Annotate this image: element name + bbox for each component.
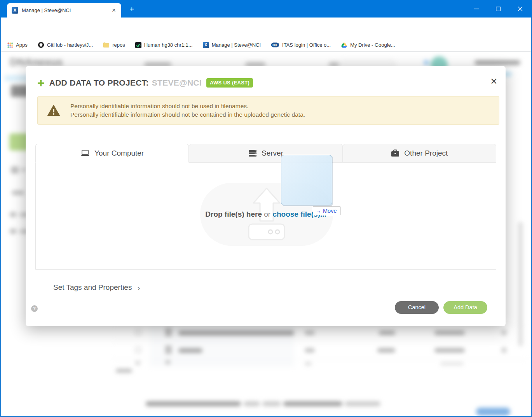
bookmark-github[interactable]: GitHub - hartleys/J... bbox=[38, 42, 93, 48]
tab-label: Your Computer bbox=[94, 149, 144, 158]
tab-label: Other Project bbox=[404, 149, 448, 158]
help-icon[interactable]: ? bbox=[31, 305, 38, 312]
bookmarks-bar: Apps GitHub - hartleys/J... repos Human … bbox=[1, 39, 531, 52]
warning-text: Personally identifiable information shou… bbox=[70, 102, 305, 119]
minimize-icon bbox=[474, 7, 479, 11]
set-tags-label: Set Tags and Properties bbox=[53, 283, 132, 292]
genome-browser-icon bbox=[135, 42, 141, 48]
server-icon bbox=[248, 149, 257, 157]
dropzone-text: Drop file(s) here or choose file(s)... bbox=[36, 210, 496, 219]
window-border-left bbox=[0, 18, 1, 417]
chevron-right-icon: › bbox=[137, 284, 140, 291]
region-badge: AWS US (EAST) bbox=[206, 78, 253, 88]
laptop-icon bbox=[80, 149, 90, 157]
apps-grid-icon bbox=[7, 42, 13, 48]
move-arrow-icon: → bbox=[316, 207, 321, 214]
bookmark-my-drive[interactable]: My Drive - Google... bbox=[341, 42, 395, 48]
dragged-file-ghost[interactable] bbox=[281, 155, 332, 205]
dnanexus-favicon-icon: X bbox=[203, 42, 209, 48]
svg-text:NIH: NIH bbox=[272, 44, 277, 46]
tab-your-computer[interactable]: Your Computer bbox=[35, 144, 189, 163]
nih-icon: NIH bbox=[271, 42, 279, 48]
page-area: DNAnexus bbox=[1, 52, 531, 416]
bookmark-label: My Drive - Google... bbox=[350, 42, 395, 48]
bookmark-itas[interactable]: NIH ITAS login | Office o... bbox=[271, 42, 331, 48]
bookmark-label: Apps bbox=[16, 42, 28, 48]
briefcase-icon bbox=[391, 149, 399, 157]
modal-close-icon[interactable]: ✕ bbox=[489, 76, 499, 86]
maximize-button[interactable] bbox=[489, 0, 507, 18]
github-icon bbox=[38, 42, 44, 48]
google-drive-icon bbox=[341, 42, 347, 48]
bookmark-human-hg38[interactable]: Human hg38 chr1:1... bbox=[135, 42, 193, 48]
browser-tab[interactable]: X Manage | Steve@NCI ✕ bbox=[7, 3, 121, 18]
add-data-modal: ✕ + ADD DATA TO PROJECT: STEVE@NCI AWS U… bbox=[26, 66, 506, 326]
source-tabs: Your Computer Server Other Project bbox=[35, 144, 496, 270]
tab-title: Manage | Steve@NCI bbox=[22, 7, 110, 13]
tab-other-project[interactable]: Other Project bbox=[343, 144, 496, 163]
tab-label: Server bbox=[262, 149, 283, 158]
modal-project-name: STEVE@NCI bbox=[152, 78, 202, 88]
source-tabs-row: Your Computer Server Other Project bbox=[35, 144, 496, 163]
move-tooltip-label: Move bbox=[323, 208, 337, 214]
warning-line-1: Personally identifiable information shou… bbox=[70, 102, 305, 110]
browser-window: X Manage | Steve@NCI ✕ + bbox=[0, 0, 532, 417]
bookmark-apps[interactable]: Apps bbox=[7, 42, 28, 48]
bookmark-label: repos bbox=[112, 42, 125, 48]
drag-move-tooltip: →Move bbox=[313, 207, 340, 215]
bookmark-repos[interactable]: repos bbox=[103, 42, 125, 48]
close-window-icon bbox=[518, 6, 523, 11]
bookmark-label: Manage | Steve@NCI bbox=[212, 42, 261, 48]
add-data-button[interactable]: Add Data bbox=[443, 301, 487, 314]
bookmark-label: GitHub - hartleys/J... bbox=[47, 42, 93, 48]
close-window-button[interactable] bbox=[511, 0, 529, 18]
modal-header: + ADD DATA TO PROJECT: STEVE@NCI AWS US … bbox=[37, 77, 253, 89]
bookmark-label: ITAS login | Office o... bbox=[282, 42, 331, 48]
folder-icon bbox=[103, 42, 110, 48]
new-tab-button[interactable]: + bbox=[127, 5, 137, 15]
warning-triangle-icon bbox=[47, 105, 60, 116]
cancel-button[interactable]: Cancel bbox=[395, 301, 439, 314]
modal-title: ADD DATA TO PROJECT: bbox=[49, 78, 149, 88]
upload-panel: Drop file(s) here or choose file(s)... bbox=[35, 162, 496, 270]
or-text: or bbox=[262, 210, 272, 218]
browser-toolbar: platform.dnanexus.com/projects/FbvPXyQ0p… bbox=[1, 18, 531, 39]
dnanexus-favicon-icon: X bbox=[12, 7, 18, 14]
set-tags-link[interactable]: Set Tags and Properties › bbox=[53, 283, 140, 292]
pii-warning-banner: Personally identifiable information shou… bbox=[37, 96, 499, 125]
drop-files-text: Drop file(s) here bbox=[205, 210, 262, 218]
bookmark-label: Human hg38 chr1:1... bbox=[144, 42, 193, 48]
bookmark-manage-dnanexus[interactable]: X Manage | Steve@NCI bbox=[203, 42, 261, 48]
window-titlebar: X Manage | Steve@NCI ✕ + bbox=[0, 0, 532, 18]
tab-close-icon[interactable]: ✕ bbox=[110, 7, 117, 14]
warning-line-2: Personally identifiable information shou… bbox=[70, 110, 305, 119]
minimize-button[interactable] bbox=[467, 0, 485, 18]
maximize-icon bbox=[496, 7, 501, 11]
plus-icon: + bbox=[37, 77, 45, 89]
